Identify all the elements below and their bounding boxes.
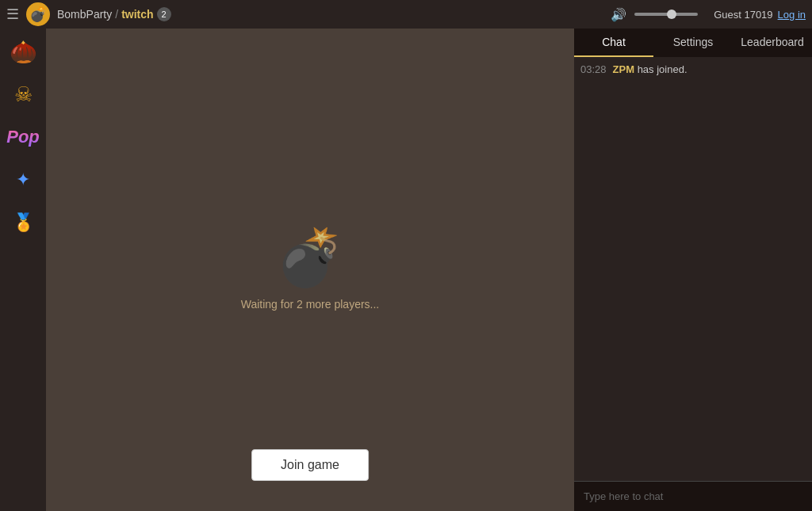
hamburger-icon[interactable]: ☰: [6, 6, 19, 23]
chat-panel: Chat Settings Leaderboard 03:28 ZPM has …: [574, 29, 812, 511]
main-layout: 🌰 ☠ Pop ✦ 🏅 💣 Waiting for 2 more players…: [0, 29, 812, 511]
volume-icon: 🔊: [611, 7, 626, 22]
logo-icon[interactable]: 💣: [25, 2, 51, 27]
breadcrumb-game[interactable]: BombParty: [57, 8, 112, 21]
chat-text: has joined.: [638, 63, 688, 75]
chat-content: ZPM has joined.: [613, 63, 688, 75]
join-game-button[interactable]: Join game: [251, 449, 369, 481]
medal-icon: 🏅: [13, 212, 34, 233]
waiting-text: Waiting for 2 more players...: [241, 298, 380, 311]
pop-icon: Pop: [6, 127, 40, 147]
breadcrumb-separator: /: [115, 8, 118, 21]
breadcrumb: BombParty / twitch 2: [57, 7, 171, 21]
sidebar-item-drawphone[interactable]: ✦: [6, 163, 40, 196]
chat-time: 03:28: [580, 63, 607, 75]
username-label: Guest 17019: [714, 9, 772, 21]
skull-icon: ☠: [14, 82, 33, 107]
sidebar: 🌰 ☠ Pop ✦ 🏅: [0, 29, 46, 511]
login-button[interactable]: Log in: [778, 9, 806, 21]
player-count-badge: 2: [157, 7, 171, 21]
tab-settings[interactable]: Settings: [653, 29, 733, 57]
sidebar-item-leaderboard[interactable]: 🏅: [6, 206, 40, 239]
breadcrumb-room[interactable]: twitch: [121, 8, 153, 21]
sidebar-item-pop[interactable]: Pop: [6, 120, 40, 154]
chat-message: 03:28 ZPM has joined.: [580, 63, 806, 75]
sidebar-item-bombparty[interactable]: ☠: [6, 78, 40, 111]
tab-chat[interactable]: Chat: [574, 29, 653, 57]
bomb-icon: 💣: [275, 230, 344, 285]
topbar: ☰ 💣 BombParty / twitch 2 🔊 Guest 17019 L…: [0, 0, 812, 29]
chat-messages: 03:28 ZPM has joined.: [574, 57, 812, 481]
chat-username: ZPM: [613, 63, 634, 75]
chat-input[interactable]: [574, 481, 812, 511]
cursor-icon: ✦: [16, 170, 30, 190]
sidebar-item-home[interactable]: 🌰: [6, 35, 40, 68]
svg-text:💣: 💣: [29, 6, 48, 23]
game-area: 💣 Waiting for 2 more players... Join gam…: [46, 29, 574, 511]
acorn-icon: 🌰: [10, 39, 37, 65]
volume-slider[interactable]: [634, 13, 698, 16]
tab-leaderboard[interactable]: Leaderboard: [733, 29, 812, 57]
user-info: Guest 17019 Log in: [714, 9, 806, 21]
bomb-container: 💣 Waiting for 2 more players...: [241, 230, 380, 311]
